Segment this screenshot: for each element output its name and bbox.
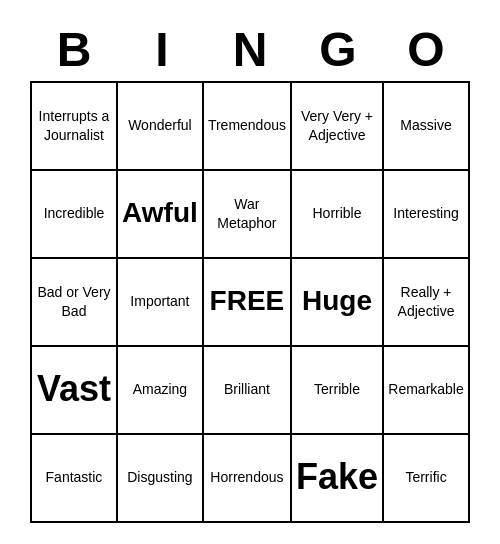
bingo-card: B I N G O Interrupts a JournalistWonderf…: [20, 12, 480, 533]
cell-2: Tremendous: [204, 83, 292, 171]
cell-21: Disgusting: [118, 435, 204, 523]
title-n: N: [210, 22, 290, 77]
cell-14: Really + Adjective: [384, 259, 470, 347]
cell-9: Interesting: [384, 171, 470, 259]
cell-15: Vast: [32, 347, 118, 435]
cell-4: Massive: [384, 83, 470, 171]
cell-3: Very Very + Adjective: [292, 83, 384, 171]
cell-0: Interrupts a Journalist: [32, 83, 118, 171]
title-o: O: [386, 22, 466, 77]
cell-19: Remarkable: [384, 347, 470, 435]
cell-24: Terrific: [384, 435, 470, 523]
cell-12: FREE: [204, 259, 292, 347]
cell-13: Huge: [292, 259, 384, 347]
cell-1: Wonderful: [118, 83, 204, 171]
cell-10: Bad or Very Bad: [32, 259, 118, 347]
cell-17: Brilliant: [204, 347, 292, 435]
cell-16: Amazing: [118, 347, 204, 435]
cell-5: Incredible: [32, 171, 118, 259]
title-g: G: [298, 22, 378, 77]
title-i: I: [122, 22, 202, 77]
title-b: B: [34, 22, 114, 77]
cell-11: Important: [118, 259, 204, 347]
cell-8: Horrible: [292, 171, 384, 259]
bingo-title: B I N G O: [30, 22, 470, 77]
cell-22: Horrendous: [204, 435, 292, 523]
cell-18: Terrible: [292, 347, 384, 435]
cell-20: Fantastic: [32, 435, 118, 523]
bingo-grid: Interrupts a JournalistWonderfulTremendo…: [30, 81, 470, 523]
cell-6: Awful: [118, 171, 204, 259]
cell-23: Fake: [292, 435, 384, 523]
cell-7: War Metaphor: [204, 171, 292, 259]
